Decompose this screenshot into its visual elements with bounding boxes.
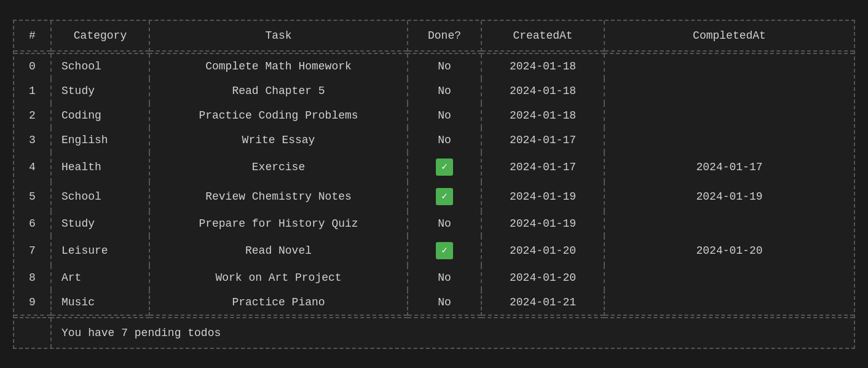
cell-num: 6 [14,211,51,236]
cell-num: 3 [14,128,51,152]
cell-done: No [408,103,481,128]
cell-task: Complete Math Homework [149,53,408,79]
cell-task: Work on Art Project [149,265,408,290]
cell-created: 2024-01-18 [481,53,604,79]
cell-completed [604,128,854,152]
table-container: # Category Task Done? CreatedAt Complete… [13,20,855,349]
cell-created: 2024-01-17 [481,152,604,182]
table-row: 0SchoolComplete Math HomeworkNo2024-01-1… [14,53,854,79]
cell-num: 8 [14,265,51,290]
cell-category: Leisure [51,236,149,265]
checkmark-icon: ✓ [436,159,453,176]
cell-created: 2024-01-18 [481,103,604,128]
cell-category: English [51,128,149,152]
cell-task: Write Essay [149,128,408,152]
cell-done: No [408,211,481,236]
cell-done: ✓ [408,182,481,211]
table-row: 1StudyRead Chapter 5No2024-01-18 [14,79,854,103]
cell-completed [604,53,854,79]
cell-created: 2024-01-20 [481,265,604,290]
table-row: 4HealthExercise✓2024-01-172024-01-17 [14,152,854,182]
table-row: 5SchoolReview Chemistry Notes✓2024-01-19… [14,182,854,211]
cell-completed [604,265,854,290]
header-completed: CompletedAt [604,21,854,51]
cell-done: No [408,290,481,315]
header-task: Task [149,21,408,51]
cell-category: Art [51,265,149,290]
cell-done: No [408,53,481,79]
cell-done: No [408,79,481,103]
header-category: Category [51,21,149,51]
data-table: # Category Task Done? CreatedAt Complete… [14,21,854,348]
cell-created: 2024-01-18 [481,79,604,103]
cell-category: Music [51,290,149,315]
cell-created: 2024-01-21 [481,290,604,315]
checkmark-icon: ✓ [436,188,453,205]
cell-task: Prepare for History Quiz [149,211,408,236]
cell-category: Coding [51,103,149,128]
table-row: 7LeisureRead Novel✓2024-01-202024-01-20 [14,236,854,265]
cell-category: Study [51,79,149,103]
cell-category: School [51,182,149,211]
table-row: 9MusicPractice PianoNo2024-01-21 [14,290,854,315]
cell-created: 2024-01-19 [481,211,604,236]
footer-num-cell [14,318,51,348]
cell-num: 7 [14,236,51,265]
table-row: 8ArtWork on Art ProjectNo2024-01-20 [14,265,854,290]
cell-created: 2024-01-19 [481,182,604,211]
cell-completed [604,103,854,128]
cell-task: Read Chapter 5 [149,79,408,103]
cell-done: ✓ [408,152,481,182]
cell-task: Exercise [149,152,408,182]
cell-category: Health [51,152,149,182]
header-done: Done? [408,21,481,51]
cell-task: Read Novel [149,236,408,265]
header-num: # [14,21,51,51]
cell-category: School [51,53,149,79]
header-created: CreatedAt [481,21,604,51]
cell-completed: 2024-01-17 [604,152,854,182]
cell-task: Review Chemistry Notes [149,182,408,211]
cell-num: 5 [14,182,51,211]
cell-num: 4 [14,152,51,182]
cell-done: ✓ [408,236,481,265]
cell-task: Practice Coding Problems [149,103,408,128]
cell-completed [604,79,854,103]
table-row: 2CodingPractice Coding ProblemsNo2024-01… [14,103,854,128]
footer-message: You have 7 pending todos [51,318,854,348]
cell-completed: 2024-01-19 [604,182,854,211]
header-row: # Category Task Done? CreatedAt Complete… [14,21,854,51]
cell-num: 1 [14,79,51,103]
footer-row: You have 7 pending todos [14,318,854,348]
cell-category: Study [51,211,149,236]
table-row: 3EnglishWrite EssayNo2024-01-17 [14,128,854,152]
cell-created: 2024-01-17 [481,128,604,152]
cell-done: No [408,265,481,290]
cell-completed [604,211,854,236]
table-row: 6StudyPrepare for History QuizNo2024-01-… [14,211,854,236]
cell-task: Practice Piano [149,290,408,315]
checkmark-icon: ✓ [436,242,453,259]
cell-num: 2 [14,103,51,128]
cell-completed [604,290,854,315]
cell-num: 9 [14,290,51,315]
table-body: 0SchoolComplete Math HomeworkNo2024-01-1… [14,53,854,315]
cell-created: 2024-01-20 [481,236,604,265]
cell-completed: 2024-01-20 [604,236,854,265]
cell-num: 0 [14,53,51,79]
cell-done: No [408,128,481,152]
